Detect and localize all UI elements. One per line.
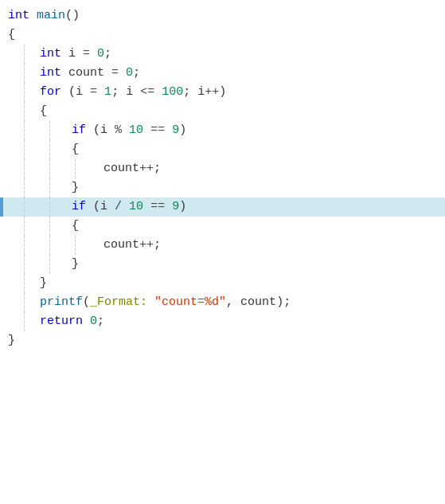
code-line-12: { [0,217,445,236]
code-line-9: count++; [0,159,445,178]
code-line-1: int main() [0,6,445,25]
code-line-2: { [0,25,445,45]
code-line-14: } [0,255,445,274]
code-line-8: { [0,140,445,159]
code-line-10: } [0,178,445,197]
code-line-6: { [0,102,445,121]
code-line-7: if (i % 10 == 9) [0,121,445,140]
code-line-11: if (i / 10 == 9) [0,197,445,217]
line-marker [0,197,3,217]
code-line-5: for (i = 1; i <= 100; i++) [0,83,445,102]
code-editor: int main() { int i = 0; int count = 0; f… [0,0,445,504]
code-line-16: printf(_Format: "count=%d", count); [0,293,445,312]
code-line-17: return 0; [0,312,445,331]
code-line-18: } [0,331,445,350]
code-line-13: count++; [0,236,445,255]
code-line-4: int count = 0; [0,64,445,83]
code-line-15: } [0,274,445,293]
code-line-3: int i = 0; [0,45,445,64]
